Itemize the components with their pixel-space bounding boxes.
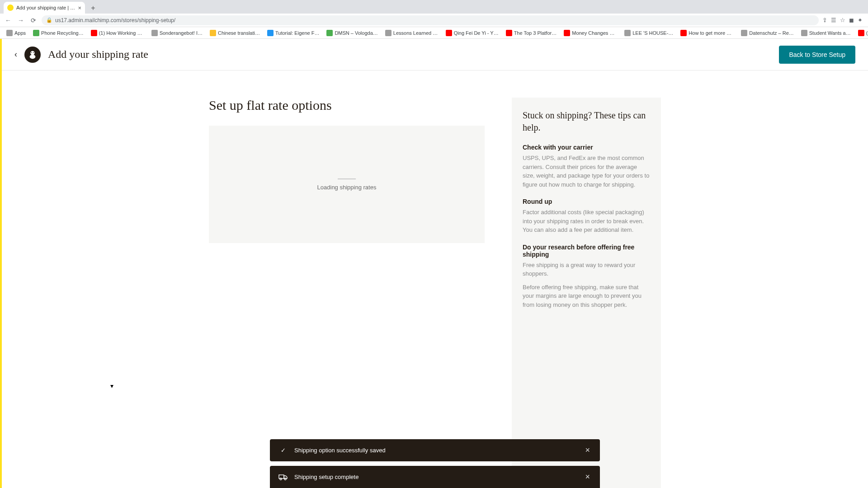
toast-info: Shipping setup complete × [270, 466, 600, 488]
tip-block: Do your research before offering free sh… [523, 244, 650, 310]
svg-point-3 [33, 52, 34, 53]
url-text: us17.admin.mailchimp.com/stores/shipping… [55, 17, 175, 23]
bookmark-icon [506, 30, 512, 36]
bookmark-item[interactable]: Qing Fei De Yi - Y… [443, 29, 501, 37]
svg-point-0 [30, 51, 34, 55]
address-bar[interactable]: 🔒 us17.admin.mailchimp.com/stores/shippi… [42, 15, 819, 25]
browser-toolbar: ← → ⟳ 🔒 us17.admin.mailchimp.com/stores/… [0, 14, 868, 27]
bookmark-item[interactable]: DMSN – Vologda… [324, 29, 380, 37]
svg-point-1 [30, 55, 36, 59]
page-title: Add your shipping rate [48, 48, 148, 61]
browser-tab-strip: Add your shipping rate | Mailc… × + [0, 0, 868, 14]
tips-sidebar: Stuck on shipping? These tips can help. … [512, 98, 661, 488]
app-viewport: ‹ Add your shipping rate Back to Store S… [0, 39, 868, 488]
tip-body: Before offering free shipping, make sure… [523, 283, 650, 310]
section-heading: Set up flat rate options [209, 98, 485, 113]
reload-icon[interactable]: ⟳ [29, 16, 38, 25]
svg-point-5 [280, 478, 282, 480]
truck-icon [278, 474, 288, 480]
tip-block: Check with your carrier USPS, UPS, and F… [523, 144, 650, 189]
toast-success: ✓ Shipping option successfully saved × [270, 439, 600, 461]
bookmark-icon [680, 30, 687, 36]
bookmark-item[interactable]: Chinese translati… [207, 29, 263, 37]
bookmark-icon [91, 30, 97, 36]
bookmark-icon [624, 30, 631, 36]
bookmark-icon [858, 30, 864, 36]
bookmark-item[interactable]: LEE 'S HOUSE-… [622, 29, 676, 37]
close-icon[interactable]: × [583, 446, 592, 455]
loading-text: Loading shipping rates [317, 184, 377, 191]
bookmark-icon [151, 30, 158, 36]
lock-icon: 🔒 [46, 17, 52, 23]
svg-point-6 [284, 478, 286, 480]
bookmark-item[interactable]: Lessons Learned f… [382, 29, 441, 37]
tip-body: USPS, UPS, and FedEx are the most common… [523, 154, 650, 189]
bookmark-icon [564, 30, 570, 36]
tip-title: Check with your carrier [523, 144, 650, 151]
bookmark-item[interactable]: (1) How Working a… [88, 29, 147, 37]
browser-tab[interactable]: Add your shipping rate | Mailc… × [4, 2, 85, 14]
tips-heading: Stuck on shipping? These tips can help. [523, 109, 650, 134]
bookmark-item[interactable]: The Top 3 Platfor… [503, 29, 560, 37]
toolbar-actions: ⇪ ☰ ☆ ◼ ✦ [822, 17, 864, 23]
extensions-icon[interactable]: ☰ [831, 17, 836, 23]
bookmark-icon [741, 30, 747, 36]
bookmark-item[interactable]: Datenschutz – Re… [738, 29, 796, 37]
content-area: Set up flat rate options Loading shippin… [2, 70, 868, 488]
toast-message: Shipping setup complete [294, 474, 583, 480]
bookmark-item[interactable]: Tutorial: Eigene F… [264, 29, 322, 37]
tip-body: Factor additional costs (like special pa… [523, 208, 650, 235]
toast-message: Shipping option successfully saved [294, 447, 583, 454]
back-icon[interactable]: ← [4, 16, 13, 25]
tip-title: Do your research before offering free sh… [523, 244, 650, 258]
spinner-icon [338, 178, 356, 179]
bookmark-item[interactable]: Apps [4, 29, 28, 37]
app-header: ‹ Add your shipping rate Back to Store S… [2, 39, 868, 70]
bookmark-icon [33, 30, 39, 36]
loading-panel: Loading shipping rates [209, 126, 485, 243]
svg-point-2 [31, 52, 32, 53]
tip-block: Round up Factor additional costs (like s… [523, 198, 650, 235]
bookmarks-bar: Apps Phone Recycling… (1) How Working a…… [0, 27, 868, 39]
bookmark-icon [446, 30, 452, 36]
star-icon[interactable]: ☆ [840, 17, 845, 23]
fb-icon[interactable]: ◼ [849, 17, 854, 23]
bookmark-icon [210, 30, 216, 36]
back-to-store-button[interactable]: Back to Store Setup [779, 46, 855, 64]
close-icon[interactable]: × [583, 472, 592, 482]
bookmark-item[interactable]: Student Wants a… [798, 29, 854, 37]
bookmark-item[interactable]: Sonderangebot! I… [149, 29, 205, 37]
mailchimp-logo[interactable] [24, 47, 41, 63]
back-chevron-icon[interactable]: ‹ [14, 50, 17, 59]
toast-stack: ✓ Shipping option successfully saved × S… [270, 439, 600, 488]
tab-title: Add your shipping rate | Mailc… [16, 5, 75, 10]
favicon-icon [7, 5, 14, 11]
main-column: Set up flat rate options Loading shippin… [209, 98, 485, 488]
new-tab-button[interactable]: + [88, 3, 99, 14]
share-icon[interactable]: ⇪ [822, 17, 827, 23]
bookmark-icon [267, 30, 274, 36]
apps-icon [6, 30, 13, 36]
bookmark-item[interactable]: How to get more v… [678, 29, 736, 37]
bookmark-icon [801, 30, 807, 36]
tip-title: Round up [523, 198, 650, 205]
bookmark-item[interactable]: Money Changes E… [561, 29, 620, 37]
close-icon[interactable]: × [78, 5, 81, 11]
check-icon: ✓ [278, 447, 288, 454]
bookmark-icon [326, 30, 333, 36]
forward-icon[interactable]: → [16, 16, 25, 25]
bookmark-item[interactable]: Phone Recycling… [30, 29, 86, 37]
bookmark-item[interactable]: (2) How To Add A… [855, 29, 868, 37]
cursor-icon: ▾ [110, 382, 113, 389]
monkey-icon [28, 50, 38, 60]
puzzle-icon[interactable]: ✦ [858, 17, 863, 23]
tip-body: Free shipping is a great way to reward y… [523, 261, 650, 278]
bookmark-icon [385, 30, 392, 36]
